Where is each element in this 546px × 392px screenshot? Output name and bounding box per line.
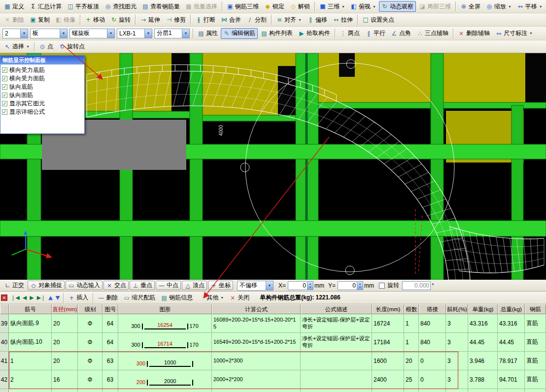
toolbar-orbit-button[interactable]: ↻动态观察 (379, 1, 416, 12)
rotate-angle-input[interactable]: 0.000 (402, 281, 431, 290)
edit-move-button[interactable]: +移动 (82, 14, 107, 25)
edit-copy-button[interactable]: ▣复制 (27, 14, 52, 25)
toolbar-pan-button[interactable]: ↔平移▼ (514, 1, 545, 12)
partial-3d-icon: ◪ (419, 3, 426, 10)
rebar-display-option[interactable]: ✓显示其它图元 (2, 99, 83, 108)
tool-component-list-button[interactable]: ▤构件列表 (258, 28, 295, 39)
checkbox-checked-icon[interactable]: ✓ (2, 93, 7, 98)
checkbox-checked-icon[interactable]: ✓ (2, 84, 7, 90)
edit-delete-button[interactable]: ×删除 (1, 14, 27, 25)
edit-stretch-button[interactable]: ↔拉伸 (330, 14, 355, 25)
tool-pick-component-button[interactable]: ▶拾取构件 (296, 28, 333, 39)
edit-split-button[interactable]: ∕分割 (244, 14, 269, 25)
x-coordinate-input[interactable]: 0 ▲▼ (288, 281, 313, 290)
edit-offset-button[interactable]: ∥偏移 (305, 14, 330, 25)
edit-merge-button[interactable]: ⋈合并 (218, 14, 243, 25)
grid-handle-icon[interactable]: ✕ (1, 294, 7, 301)
element-subtype-combo[interactable]: 螺旋板▼ (69, 29, 115, 38)
checkbox-checked-icon[interactable]: ✓ (2, 109, 7, 115)
spinner-icon[interactable]: ▲▼ (307, 282, 313, 290)
rotate-checkbox[interactable] (379, 283, 385, 289)
edit-rotate-button[interactable]: ↻旋转 (108, 14, 133, 25)
tool-dimension-button[interactable]: ↔尺寸标注▼ (493, 28, 535, 39)
edit-mirror-button[interactable]: ◧镜像 (53, 14, 78, 25)
toolbar-top-view-button[interactable]: ◧俯视▼ (348, 1, 378, 12)
dimension-label: 尺寸标注 (504, 29, 527, 37)
rebar-display-option[interactable]: ✓显示详细公式 (2, 108, 83, 116)
shape-end-tick (192, 380, 193, 386)
snap-midpoint-button[interactable]: —中点 (156, 281, 181, 290)
toolbar-unlock-button[interactable]: ◇解锁 (287, 1, 312, 12)
grid-insert-button[interactable]: +插入 (66, 293, 91, 303)
toolbar-partial-3d-button[interactable]: ◪局部三维 (416, 1, 453, 12)
toolbar-rebar-3d-button[interactable]: ▣钢筋三维 (224, 1, 261, 12)
rebar-display-option[interactable]: ✓横向受力底筋 (2, 66, 83, 74)
snap-coordinate-button[interactable]: +坐标 (208, 281, 233, 290)
floor-combo[interactable]: 2▼ (2, 29, 28, 38)
first-record-button[interactable]: ❘◀ (10, 294, 21, 301)
grid-close-button[interactable]: ×关闭 (227, 293, 252, 303)
rebar-display-option[interactable]: ✓纵向面筋 (2, 91, 83, 99)
toolbar-view-3d-button[interactable]: ■三维▼ (317, 1, 347, 12)
toolbar-find-element-button[interactable]: ◎查找图元 (102, 1, 139, 12)
tool-properties-button[interactable]: ▤属性 (195, 28, 220, 39)
mode-rotate-point-button[interactable]: ↻旋转点 (56, 41, 87, 52)
rebar-display-panel[interactable]: 钢筋显示控制面板 ✓横向受力底筋✓横向受力面筋✓纵向底筋✓纵向面筋✓显示其它图元… (0, 55, 85, 134)
toolbar-batch-select-button[interactable]: ▩批量选择 (183, 1, 220, 12)
tool-edit-rebar-button[interactable]: ✎编辑钢筋 (221, 28, 258, 39)
snap-intersection-button[interactable]: ×交点 (103, 281, 129, 290)
tool-parallel-button[interactable]: ∥平行 (363, 28, 388, 39)
edit-align-button[interactable]: ≡对齐▼ (273, 14, 304, 25)
toolbar-zoom-button[interactable]: ◎缩放▼ (483, 1, 514, 12)
tool-two-point-button[interactable]: ⋮两点 (337, 28, 362, 39)
edit-trim-button[interactable]: ⊣修剪 (163, 14, 188, 25)
grid-delete-row-button[interactable]: —删除 (95, 293, 120, 303)
tool-three-point-aux-axis-button[interactable]: ∴三点辅轴 (414, 28, 451, 39)
toolbar-summary-calc-button[interactable]: Σ汇总计算 (27, 1, 64, 12)
move-up-button[interactable]: ▲ (47, 294, 53, 301)
grid-rebar-info-button[interactable]: ▤钢筋信息 (158, 293, 195, 303)
last-record-button[interactable]: ▶❘ (36, 294, 47, 301)
rebar-display-option[interactable]: ✓纵向底筋 (2, 83, 83, 91)
move-down-button[interactable]: ▼ (55, 294, 61, 301)
table-row[interactable]: 39纵向面筋.920Φ643001625417016089+200-20+15*… (0, 314, 546, 333)
edit-break-button[interactable]: ∦打断 (193, 14, 218, 25)
tool-point-angle-button[interactable]: ∠点角 (388, 28, 413, 39)
toolbar-lock-button[interactable]: ◆锁定 (262, 1, 287, 12)
toolbar-define-button[interactable]: ▦定义 (1, 1, 27, 12)
spinner-icon[interactable]: ▲▼ (357, 282, 363, 290)
cell-lap: 840 (419, 333, 446, 352)
grid-scale-rebar-button[interactable]: ▭缩尺配筋 (121, 293, 158, 303)
prev-record-button[interactable]: ◀ (22, 294, 28, 301)
snap-dynamic-input-button[interactable]: ▭动态输入 (66, 281, 102, 290)
y-coordinate-input[interactable]: 0 ▲▼ (338, 281, 363, 290)
tool-delete-aux-axis-button[interactable]: ×删除辅轴 (455, 28, 492, 39)
toolbar-view-rebar-quantity-button[interactable]: ▤查看钢筋量 (139, 1, 182, 12)
snap-perpendicular-button[interactable]: ⊥垂点 (130, 281, 155, 290)
element-name-combo[interactable]: LXB-1▼ (117, 29, 152, 38)
layer-combo[interactable]: 分层1▼ (154, 29, 190, 38)
edit-set-grips-button[interactable]: □设置夹点 (360, 14, 397, 25)
mode-select-button[interactable]: ↖选择▼ (1, 41, 32, 52)
grid-other-button[interactable]: 其他▼ (196, 293, 226, 303)
offset-mode-select[interactable]: 不偏移 ▼ (237, 281, 273, 291)
toolbar-align-slab-top-button[interactable]: ◫平齐板顶 (65, 1, 102, 12)
snap-ortho-button[interactable]: ∟正交 (1, 281, 27, 290)
3d-viewport[interactable]: 4000 钢筋显示控制面板 ✓横向受力底筋✓横向受力面筋✓纵向底筋✓纵向面筋✓显… (0, 53, 546, 280)
checkbox-checked-icon[interactable]: ✓ (2, 76, 7, 81)
rebar-display-option[interactable]: ✓横向受力面筋 (2, 74, 83, 83)
mode-point-button[interactable]: ⊙点 (36, 41, 56, 52)
merge-icon: ⋈ (221, 16, 228, 24)
checkbox-checked-icon[interactable]: ✓ (2, 67, 7, 73)
next-record-button[interactable]: ▶ (29, 294, 34, 301)
element-type-combo[interactable]: 板▼ (30, 29, 68, 38)
toolbar-full-screen-button[interactable]: ⊕全屏 (458, 1, 483, 12)
table-row[interactable]: 41120Φ6330010001000+2*300160020033.94678… (0, 352, 546, 370)
edit-extend-button[interactable]: →延伸 (137, 14, 163, 25)
checkbox-checked-icon[interactable]: ✓ (2, 101, 7, 106)
table-row[interactable]: 42216Φ6320020002000+2*200240025033.78894… (0, 370, 546, 389)
snap-object-snap-button[interactable]: ◇对象捕捉 (28, 281, 65, 290)
snap-vertex-button[interactable]: △顶点 (182, 281, 207, 290)
table-row[interactable]: 40纵向面筋.1020Φ643001671417016549+200-20+15… (0, 333, 546, 352)
table-row[interactable]: 43 (0, 389, 546, 392)
